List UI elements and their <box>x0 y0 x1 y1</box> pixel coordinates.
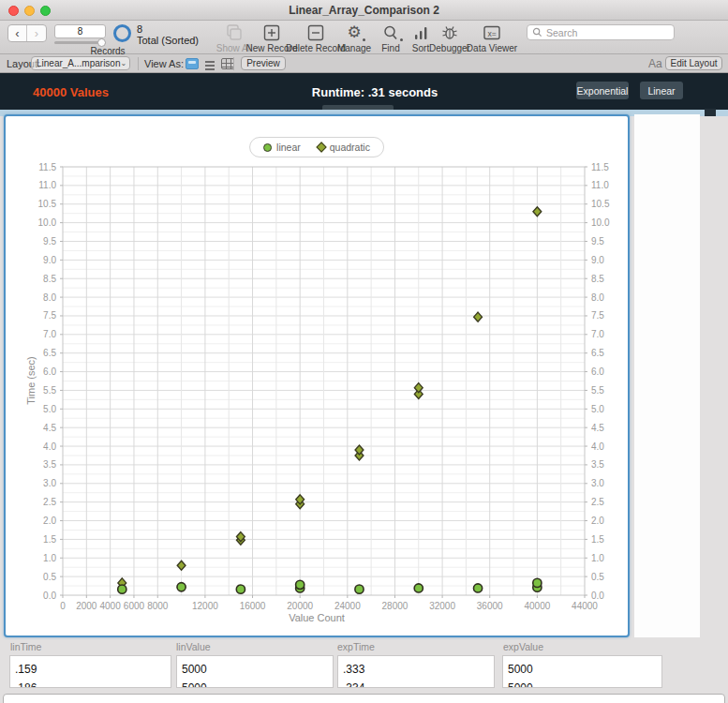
previous-record-button[interactable]: ‹ <box>8 25 27 41</box>
svg-text:28000: 28000 <box>382 601 409 611</box>
svg-text:2.0: 2.0 <box>43 516 56 526</box>
chart-canvas: 0.00.00.50.51.01.01.51.52.02.02.52.53.03… <box>6 116 631 639</box>
svg-text:6.0: 6.0 <box>43 366 56 377</box>
svg-text:11.0: 11.0 <box>591 180 609 190</box>
found-set-pie-icon[interactable] <box>113 24 131 42</box>
lintime-label: linTime <box>10 641 41 652</box>
svg-text:3.5: 3.5 <box>43 459 56 470</box>
separator <box>233 57 234 70</box>
svg-text:8.0: 8.0 <box>591 292 604 303</box>
svg-text:5.0: 5.0 <box>591 404 604 414</box>
bug-icon <box>441 23 458 42</box>
svg-text:8.5: 8.5 <box>591 274 604 284</box>
text-formatting-icon[interactable]: Aa <box>648 57 662 70</box>
next-record-button[interactable]: › <box>27 25 46 41</box>
svg-text:0: 0 <box>60 601 66 611</box>
svg-text:4000: 4000 <box>100 601 122 611</box>
y-axis-title: Time (sec) <box>25 310 37 451</box>
next-section-top <box>3 694 725 703</box>
delete-record-icon <box>307 23 324 42</box>
svg-text:24000: 24000 <box>334 601 361 611</box>
expvalue-field[interactable]: 5000 5000 <box>502 655 662 688</box>
svg-text:8.5: 8.5 <box>43 274 56 284</box>
exptime-label: expTime <box>337 641 375 652</box>
data-viewer-button[interactable]: x= Data Viewer <box>464 23 520 53</box>
svg-text:4.0: 4.0 <box>43 441 56 452</box>
svg-text:6000: 6000 <box>124 601 145 611</box>
svg-text:4.5: 4.5 <box>591 423 604 433</box>
svg-text:1.0: 1.0 <box>591 553 604 563</box>
svg-text:44000: 44000 <box>572 601 598 611</box>
header-edge-fragment <box>705 109 716 116</box>
edit-layout-button[interactable]: Edit Layout <box>665 56 722 70</box>
svg-text:2.5: 2.5 <box>43 497 56 507</box>
svg-text:6.5: 6.5 <box>43 348 56 358</box>
svg-text:16000: 16000 <box>240 601 266 611</box>
svg-text:9.0: 9.0 <box>43 255 56 265</box>
svg-text:10.5: 10.5 <box>38 199 57 209</box>
view-form-icon[interactable] <box>186 58 199 69</box>
exponential-button[interactable]: Exponential <box>576 82 629 99</box>
preview-button[interactable]: Preview <box>241 56 286 70</box>
linear-button[interactable]: Linear <box>640 82 683 99</box>
svg-text:7.5: 7.5 <box>591 310 604 321</box>
svg-text:3.5: 3.5 <box>591 459 604 470</box>
svg-text:10.0: 10.0 <box>591 217 610 228</box>
search-magnifier-icon <box>382 23 399 42</box>
separator <box>138 57 139 70</box>
new-record-icon <box>263 23 280 42</box>
svg-text:6.5: 6.5 <box>591 348 604 358</box>
current-record-input[interactable] <box>54 24 106 38</box>
linvalue-field[interactable]: 5000 5000 <box>176 655 334 688</box>
exptime-field[interactable]: .333 .334 <box>337 655 495 688</box>
filemaker-window: Linear_Array_Comparison 2 ‹ › Records 8 … <box>0 0 728 703</box>
svg-text:10.5: 10.5 <box>591 199 610 209</box>
svg-text:5.5: 5.5 <box>591 385 604 396</box>
svg-text:x=: x= <box>487 29 496 38</box>
svg-text:8.0: 8.0 <box>43 292 56 303</box>
svg-text:3.0: 3.0 <box>43 478 56 488</box>
svg-text:0.0: 0.0 <box>591 591 604 601</box>
svg-text:2000: 2000 <box>76 601 97 611</box>
search-field[interactable] <box>527 24 675 40</box>
svg-text:7.0: 7.0 <box>591 329 604 339</box>
data-viewer-icon: x= <box>483 23 501 42</box>
expvalue-label: expValue <box>503 641 543 652</box>
svg-text:5.0: 5.0 <box>43 404 56 414</box>
title-bar: Linear_Array_Comparison 2 <box>0 0 728 21</box>
side-panel <box>634 114 700 637</box>
values-count-label: 40000 Values <box>33 85 109 99</box>
svg-text:2.0: 2.0 <box>591 516 604 526</box>
svg-text:6.0: 6.0 <box>591 366 604 377</box>
gear-icon: ⚙ <box>347 23 361 42</box>
view-as-label: View As: <box>144 58 184 69</box>
svg-text:4.0: 4.0 <box>591 441 604 452</box>
svg-text:36000: 36000 <box>477 601 503 611</box>
svg-text:9.0: 9.0 <box>591 255 604 265</box>
svg-text:1.5: 1.5 <box>43 534 56 545</box>
manage-button[interactable]: ⚙ Manage <box>334 23 374 53</box>
svg-text:4.5: 4.5 <box>43 423 56 433</box>
main-toolbar: ‹ › Records 8 Total (Sorted) Show All <box>0 21 728 54</box>
find-button[interactable]: Find <box>378 23 404 53</box>
chevron-down-icon: ⌄ <box>121 59 127 67</box>
chart-panel[interactable]: 0.00.00.50.51.01.01.51.52.02.02.52.53.03… <box>4 114 630 637</box>
layout-bar: Layout: Linear_A...mparison ⌄ View As: P… <box>0 54 728 73</box>
svg-text:1.5: 1.5 <box>591 534 604 545</box>
svg-text:40000: 40000 <box>524 601 550 611</box>
layout-selector-dropdown[interactable]: Linear_A...mparison ⌄ <box>31 56 130 70</box>
legend-item-linear: linear <box>263 142 301 153</box>
runtime-label: Runtime: .31 seconds <box>262 85 487 99</box>
search-input[interactable] <box>546 27 669 38</box>
svg-text:11.5: 11.5 <box>38 162 56 172</box>
svg-text:7.5: 7.5 <box>43 310 56 321</box>
lintime-field[interactable]: .159 .186 <box>9 655 171 688</box>
svg-text:0.5: 0.5 <box>591 572 604 582</box>
record-slider[interactable] <box>54 41 106 44</box>
view-list-icon[interactable] <box>203 58 216 69</box>
svg-text:12000: 12000 <box>192 601 218 611</box>
chart-legend: linear quadratic <box>249 137 384 157</box>
svg-text:0.0: 0.0 <box>43 591 56 601</box>
view-table-icon[interactable] <box>221 58 234 69</box>
diamond-marker-icon <box>316 142 326 152</box>
